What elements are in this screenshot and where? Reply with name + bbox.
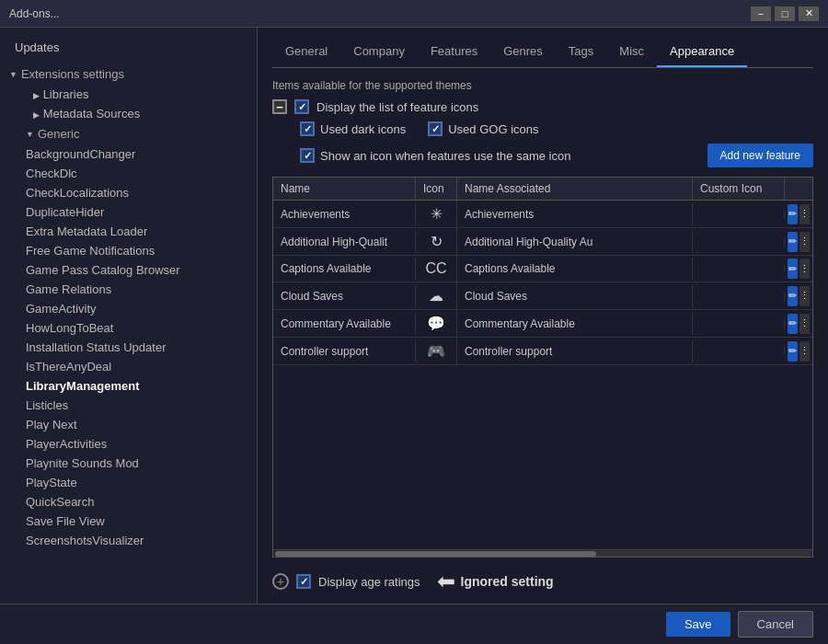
th-custom-icon: Custom Icon: [693, 178, 785, 200]
td-actions: ✏⋮: [785, 256, 812, 282]
td-name: Controller support: [273, 340, 416, 362]
td-custom-icon: [693, 264, 785, 273]
table-row: Commentary Available💬Commentary Availabl…: [273, 310, 812, 338]
td-name-associated: Cloud Saves: [457, 285, 693, 307]
sidebar-item-save-file-view[interactable]: Save File View: [0, 512, 257, 531]
sidebar-item-backgroundchanger[interactable]: BackgroundChanger: [0, 144, 257, 164]
tab-genres[interactable]: Genres: [490, 37, 556, 67]
edit-row-button[interactable]: ✏: [788, 204, 798, 224]
tab-company[interactable]: Company: [340, 37, 418, 67]
table-row: Captions AvailableCCCaptions Available✏⋮: [273, 256, 812, 282]
edit-row-button[interactable]: ✏: [788, 232, 798, 252]
sidebar-item-extra-metadata-loader[interactable]: Extra Metadata Loader: [0, 222, 257, 241]
sidebar-item-duplicatehider[interactable]: DuplicateHider: [0, 202, 257, 222]
display-list-label: Display the list of feature icons: [316, 100, 478, 114]
maximize-button[interactable]: □: [775, 6, 795, 21]
tab-general[interactable]: General: [272, 37, 340, 67]
more-row-button[interactable]: ⋮: [799, 341, 810, 362]
more-row-button[interactable]: ⋮: [799, 314, 810, 334]
display-list-row: Display the list of feature icons: [272, 99, 813, 114]
add-age-rating-button[interactable]: +: [272, 573, 289, 590]
sidebar-item-quicksearch[interactable]: QuickSearch: [0, 492, 257, 512]
sidebar-item-listicles[interactable]: Listicles: [0, 396, 257, 415]
add-new-feature-button[interactable]: Add new feature: [707, 144, 813, 167]
sidebar-section-label-generic: Generic: [38, 127, 80, 141]
sidebar-section-header-generic[interactable]: ▼ Generic: [0, 123, 257, 144]
td-icon: ↻: [416, 228, 457, 255]
minimize-button[interactable]: −: [751, 6, 771, 21]
bottom-section: + Display age ratings ⬅ Ignored setting: [272, 569, 813, 594]
sidebar-item-checkdlc[interactable]: CheckDlc: [0, 164, 257, 183]
cancel-button[interactable]: Cancel: [738, 611, 813, 638]
sidebar-item-playstate[interactable]: PlayState: [0, 473, 257, 492]
show-icon-row: Show an icon when features use the same …: [272, 144, 813, 167]
dark-icons-wrapper[interactable]: Used dark icons: [300, 121, 406, 136]
table-row: Controller support🎮Controller support✏⋮: [273, 338, 812, 365]
more-row-button[interactable]: ⋮: [799, 204, 810, 224]
features-table: Name Icon Name Associated Custom Icon Ac…: [272, 177, 813, 558]
sidebar-item-libraries[interactable]: ▶ Libraries: [0, 85, 257, 104]
td-icon: 🎮: [416, 338, 457, 364]
td-name: Captions Available: [273, 258, 416, 280]
sidebar-item-screenshotsvisualizer[interactable]: ScreenshotsVisualizer: [0, 531, 257, 550]
sidebar-item-updates[interactable]: Updates: [0, 35, 257, 60]
td-custom-icon: [693, 292, 785, 301]
display-list-checkbox[interactable]: [294, 99, 309, 114]
dark-icons-label: Used dark icons: [320, 122, 406, 136]
sidebar-item-installation-status-updater[interactable]: Installation Status Updater: [0, 338, 257, 357]
dark-icons-checkbox[interactable]: [300, 121, 315, 136]
more-row-button[interactable]: ⋮: [799, 259, 810, 279]
show-icon-label: Show an icon when features use the same …: [320, 149, 570, 163]
close-button[interactable]: ✕: [799, 6, 819, 21]
sidebar-item-playeractivities[interactable]: PlayerActivities: [0, 434, 257, 454]
td-custom-icon: [693, 237, 785, 247]
td-name: Cloud Saves: [273, 285, 416, 307]
sidebar-section-label-extensions: Extensions settings: [21, 67, 124, 81]
sidebar-item-metadata-sources[interactable]: ▶ Metadata Sources: [0, 104, 257, 123]
sidebar-item-howlongtobeat[interactable]: HowLongToBeat: [0, 318, 257, 338]
table-body: Achievements✳Achievements✏⋮Additional Hi…: [273, 201, 812, 549]
sidebar-item-free-game-notifications[interactable]: Free Game Notifications: [0, 241, 257, 260]
gog-icons-checkbox[interactable]: [428, 121, 443, 136]
show-icon-wrapper[interactable]: Show an icon when features use the same …: [300, 148, 570, 163]
sidebar-item-game-pass-catalog-browser[interactable]: Game Pass Catalog Browser: [0, 260, 257, 280]
th-name-associated: Name Associated: [457, 178, 693, 200]
sidebar-item-gameactivity[interactable]: GameActivity: [0, 299, 257, 318]
show-icon-checkbox[interactable]: [300, 148, 315, 163]
tab-features[interactable]: Features: [418, 37, 490, 67]
icon-options-row: Used dark icons Used GOG icons: [300, 121, 813, 136]
gog-icons-wrapper[interactable]: Used GOG icons: [428, 121, 538, 136]
edit-row-button[interactable]: ✏: [788, 286, 798, 306]
td-name-associated: Controller support: [457, 340, 693, 362]
table-header: Name Icon Name Associated Custom Icon: [273, 178, 812, 201]
table-horizontal-scrollbar[interactable]: [273, 549, 812, 557]
sidebar-item-game-relations[interactable]: Game Relations: [0, 280, 257, 299]
tab-appearance[interactable]: Appearance: [657, 37, 747, 67]
save-button[interactable]: Save: [666, 612, 730, 637]
sidebar-item-librarymanagement[interactable]: LibraryManagement: [0, 376, 257, 396]
td-actions: ✏⋮: [785, 201, 812, 227]
tab-misc[interactable]: Misc: [606, 37, 657, 67]
sidebar-item-playnite-sounds-mod[interactable]: Playnite Sounds Mod: [0, 454, 257, 473]
sidebar-item-checklocalizations[interactable]: CheckLocalizations: [0, 183, 257, 202]
td-name-associated: Captions Available: [457, 258, 693, 280]
td-custom-icon: [693, 210, 785, 219]
sidebar-item-isthereanydeal[interactable]: IsThereAnyDeal: [0, 357, 257, 376]
tab-tags[interactable]: Tags: [556, 37, 606, 67]
scrollbar-thumb: [275, 551, 596, 557]
more-row-button[interactable]: ⋮: [799, 232, 810, 252]
td-icon: ☁: [416, 282, 457, 309]
content-area: GeneralCompanyFeaturesGenresTagsMiscAppe…: [258, 28, 828, 604]
sidebar-section-header-extensions[interactable]: ▼ Extensions settings: [0, 63, 257, 85]
collapse-toggle[interactable]: [272, 99, 287, 114]
sidebar-item-play-next[interactable]: Play Next: [0, 415, 257, 434]
edit-row-button[interactable]: ✏: [788, 259, 798, 279]
edit-row-button[interactable]: ✏: [788, 341, 798, 362]
age-ratings-checkbox[interactable]: [296, 574, 311, 589]
more-row-button[interactable]: ⋮: [799, 286, 810, 306]
edit-row-button[interactable]: ✏: [788, 314, 798, 334]
td-name-associated: Achievements: [457, 203, 693, 225]
arrow-icon-metadata: ▶: [33, 110, 40, 120]
scrollbar-track: [275, 551, 811, 557]
generic-items-list: BackgroundChangerCheckDlcCheckLocalizati…: [0, 144, 257, 550]
